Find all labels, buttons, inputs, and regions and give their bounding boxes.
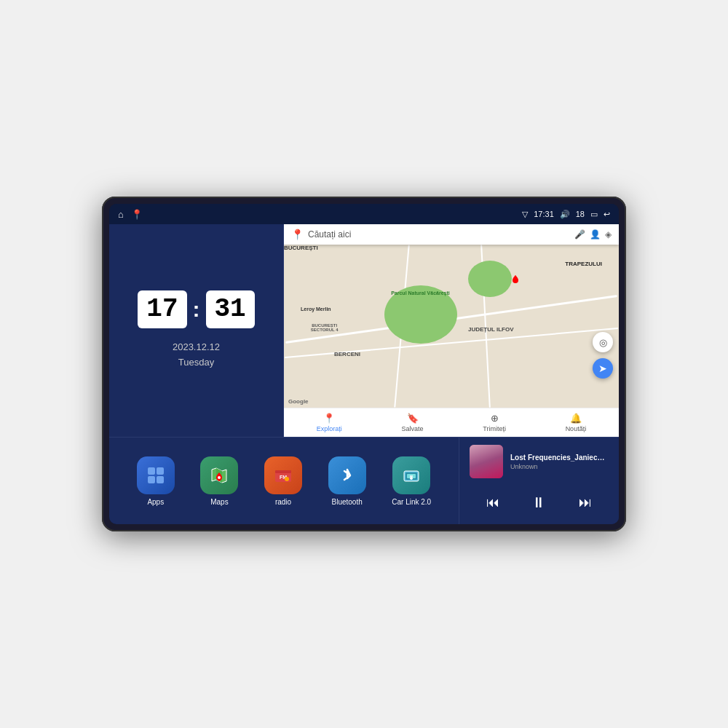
map-search-bar[interactable]: 📍 Căutați aici 🎤 👤 ◈ <box>284 224 619 245</box>
music-artist: Unknown <box>510 463 609 470</box>
back-icon[interactable]: ↩ <box>604 210 610 219</box>
battery-icon: ▭ <box>590 210 598 219</box>
maps-icon <box>200 456 238 494</box>
map-widget[interactable]: 📍 Căutați aici 🎤 👤 ◈ <box>284 224 619 437</box>
device-frame: ⌂ 📍 ▽ 17:31 🔊 18 ▭ ↩ 17 : <box>102 197 626 531</box>
status-bar: ⌂ 📍 ▽ 17:31 🔊 18 ▭ ↩ <box>109 204 619 224</box>
mic-icon[interactable]: 🎤 <box>574 229 585 240</box>
music-album-art <box>470 445 503 478</box>
explore-label: Explorați <box>317 425 342 432</box>
radio-label: radio <box>275 498 291 506</box>
clock-minutes: 31 <box>206 290 255 328</box>
main-area: 17 : 31 2023.12.12 Tuesday 📍 Căutați aic… <box>109 224 619 524</box>
news-label: Noutăți <box>566 425 587 432</box>
bluetooth-icon <box>328 456 366 494</box>
account-icon[interactable]: 👤 <box>590 229 601 240</box>
play-pause-button[interactable]: ⏸ <box>527 491 550 514</box>
svg-point-14 <box>410 477 413 480</box>
layers-icon[interactable]: ◈ <box>605 229 612 240</box>
music-player: Lost Frequencies_Janieck Devy-... Unknow… <box>459 438 619 524</box>
bluetooth-label: Bluetooth <box>331 498 362 506</box>
saved-icon: 🔖 <box>407 413 419 424</box>
signal-icon: ▽ <box>522 210 528 219</box>
svg-rect-3 <box>157 476 164 483</box>
map-nav-saved[interactable]: 🔖 Salvate <box>402 413 424 432</box>
map-google-logo: Google <box>288 398 309 405</box>
music-title: Lost Frequencies_Janieck Devy-... <box>510 454 609 462</box>
map-content[interactable]: BUCUREȘTI JUDEȚUL ILFOV BERCENI TRAPEZUL… <box>284 245 619 408</box>
bottom-section: Apps Maps <box>109 437 619 524</box>
clock-colon: : <box>193 297 200 322</box>
map-nav-share[interactable]: ⊕ Trimiteți <box>483 413 506 432</box>
status-time: 17:31 <box>534 210 554 218</box>
app-icon-maps[interactable]: Maps <box>200 456 238 506</box>
radio-icon: FM <box>264 456 302 494</box>
maps-label: Maps <box>210 498 228 506</box>
maps-shortcut-icon[interactable]: 📍 <box>131 209 143 220</box>
device-screen: ⌂ 📍 ▽ 17:31 🔊 18 ▭ ↩ 17 : <box>109 204 619 524</box>
explore-icon: 📍 <box>323 413 335 424</box>
music-controls: ⏮ ⏸ ⏭ <box>470 488 609 517</box>
app-icon-radio[interactable]: FM radio <box>264 456 302 506</box>
map-bottom-nav: 📍 Explorați 🔖 Salvate ⊕ Trimiteți 🔔 <box>284 408 619 437</box>
music-track-info: Lost Frequencies_Janieck Devy-... Unknow… <box>510 454 609 470</box>
clock-display: 17 : 31 <box>138 290 254 328</box>
carlink-icon <box>392 456 430 494</box>
map-label-ilfov: JUDEȚUL ILFOV <box>468 326 514 333</box>
map-navigate-button[interactable]: ➤ <box>593 358 613 379</box>
prev-button[interactable]: ⏮ <box>481 491 505 514</box>
map-label-berceni: BERCENI <box>334 351 360 357</box>
map-label-parcul: Parcul Natural Văcărești <box>391 290 450 296</box>
apps-icon <box>137 456 175 494</box>
map-search-text[interactable]: Căutați aici <box>308 229 570 240</box>
svg-rect-1 <box>157 467 164 475</box>
svg-point-10 <box>285 477 289 481</box>
svg-rect-2 <box>148 476 155 483</box>
music-info-row: Lost Frequencies_Janieck Devy-... Unknow… <box>470 445 609 478</box>
svg-point-6 <box>218 476 221 479</box>
carlink-label: Car Link 2.0 <box>392 498 431 506</box>
map-park-2 <box>468 261 512 297</box>
app-icon-carlink[interactable]: Car Link 2.0 <box>392 456 431 506</box>
home-icon[interactable]: ⌂ <box>118 209 124 220</box>
app-icon-apps[interactable]: Apps <box>137 456 175 506</box>
map-label-bucuresti: BUCUREȘTI <box>284 245 318 251</box>
map-label-sector4: BUCUREȘTISECTORUL 4 <box>311 323 339 332</box>
map-nav-news[interactable]: 🔔 Noutăți <box>566 413 587 432</box>
album-face <box>470 445 503 478</box>
clock-widget: 17 : 31 2023.12.12 Tuesday <box>109 224 284 437</box>
news-icon: 🔔 <box>570 413 582 424</box>
svg-rect-8 <box>275 470 291 473</box>
share-icon: ⊕ <box>491 413 499 424</box>
apps-label: Apps <box>147 498 164 506</box>
map-background: BUCUREȘTI JUDEȚUL ILFOV BERCENI TRAPEZUL… <box>284 245 619 408</box>
map-pin-icon: 📍 <box>291 229 304 240</box>
map-label-trapezului: TRAPEZULUI <box>565 261 602 267</box>
map-location-button[interactable]: ◎ <box>593 332 613 352</box>
status-right-info: ▽ 17:31 🔊 18 ▭ ↩ <box>522 210 610 219</box>
saved-label: Salvate <box>402 425 424 432</box>
next-button[interactable]: ⏭ <box>574 491 597 514</box>
app-icon-bluetooth[interactable]: Bluetooth <box>328 456 366 506</box>
top-section: 17 : 31 2023.12.12 Tuesday 📍 Căutați aic… <box>109 224 619 437</box>
map-search-icons: 🎤 👤 ◈ <box>574 229 612 240</box>
clock-hours: 17 <box>138 290 186 328</box>
svg-rect-0 <box>148 467 155 475</box>
battery-level: 18 <box>576 210 585 218</box>
status-left-icons: ⌂ 📍 <box>118 209 143 220</box>
clock-date: 2023.12.12 Tuesday <box>173 340 220 371</box>
map-nav-explore[interactable]: 📍 Explorați <box>317 413 342 432</box>
map-label-leroy: Leroy Merlin <box>301 306 331 312</box>
map-location-marker <box>513 277 518 283</box>
share-label: Trimiteți <box>483 425 506 432</box>
volume-icon: 🔊 <box>560 210 570 219</box>
app-icons-bar: Apps Maps <box>109 438 459 524</box>
